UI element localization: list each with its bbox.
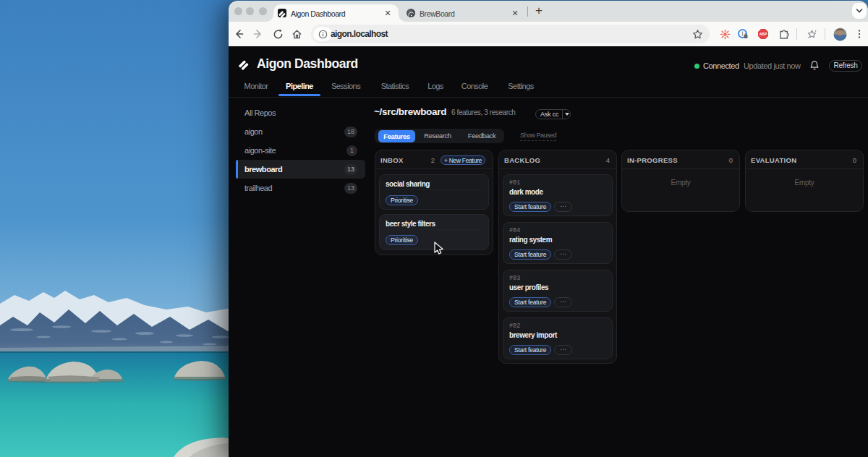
svg-text:ABP: ABP [760,32,767,36]
